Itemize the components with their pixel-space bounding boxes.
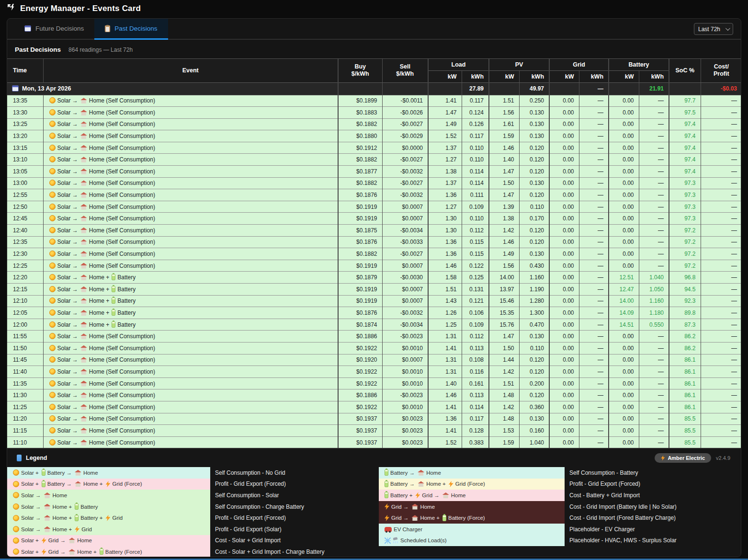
date-load-kwh: 27.89 [462,82,489,95]
event-cell: Solar →Home +Battery [43,319,338,331]
sun-icon [13,469,19,476]
label: Home (Self Consumption) [89,404,155,411]
pv-kw-cell: 1.39 [489,201,519,213]
load-kwh-cell: 0.109 [462,201,489,213]
load-kw-cell: 1.41 [428,342,462,354]
label: Home (Self Consumption) [89,204,155,210]
time-cell: 11:45 [7,354,43,366]
battery-kwh-cell: — [639,201,669,213]
grid-kw-cell: 0.00 [549,307,579,319]
soc-cell: 97.4 [669,154,701,166]
sell-cell: -$0.0027 [382,154,428,166]
load-kwh-cell: 0.110 [462,213,489,225]
amber-electric-badge[interactable]: Amber Electric [655,453,711,463]
decisions-table-scroll[interactable]: Time Event Buy$/kWh Sell$/kWh Load PV Gr… [7,58,741,448]
home-icon [80,216,87,221]
grid-kw-cell: 0.00 [549,272,579,284]
label: Home (Self Consumption) [89,392,155,399]
tab-future-decisions[interactable]: Future Decisions [14,19,94,40]
soc-cell: 97.4 [669,118,701,130]
event-cell: Solar →Home (Self Consumption) [43,225,338,237]
battery-kwh-cell: 1.160 [639,295,669,307]
event-cell: Solar →Home (Self Consumption) [43,425,338,437]
pv-kw-cell: 15.35 [489,307,519,319]
label: Home [53,492,68,498]
sun-icon [49,145,56,151]
col-grid-kwh: kWh [579,70,609,82]
pv-kwh-cell: 0.120 [519,236,549,248]
label: Scheduled Load(s) [400,537,447,543]
sun-icon [49,297,56,304]
pv-kw-cell: 1.53 [489,425,519,437]
home-icon [80,322,87,328]
time-range-select[interactable]: Last 72h [694,23,733,35]
home-icon [68,549,75,555]
pv-kwh-cell: 1.300 [519,307,549,319]
label: Solar → [57,156,78,163]
pv-kw-cell: 1.51 [489,95,519,107]
legend-description: Self Consumption - Battery [565,467,741,479]
date-grid-kwh: — [579,82,609,95]
label: Solar → [57,345,78,352]
label: Solar + [21,481,39,487]
home-icon [80,310,87,316]
legend-description: Profit - Grid Export (Forced) [565,479,741,490]
grid-kw-cell: 0.00 [549,236,579,248]
load-kw-cell: 1.30 [428,225,462,237]
label: Home (Self Consumption) [89,427,155,434]
time-cell: 11:25 [7,401,43,413]
pv-kwh-cell: 0.200 [519,377,549,389]
legend-description: Placeholder - HVAC, HWS - Surplus Solar [565,535,741,547]
label: Home (Self Consumption) [89,109,155,116]
battery-kwh-cell: — [639,118,669,130]
buy-cell: $0.1919 [338,295,382,307]
load-kwh-cell: 0.106 [462,307,489,319]
pv-kwh-cell: 0.130 [519,118,549,130]
home-icon [80,298,87,304]
cost-cell: — [701,319,741,331]
clipboard-icon [105,25,110,32]
col-grid-kw: kW [549,70,579,82]
table-row: 12:50Solar →Home (Self Consumption)$0.19… [7,201,741,213]
cost-cell: — [701,354,741,366]
label: Home (Self Consumption) [89,145,155,151]
event-cell: Solar →Home (Self Consumption) [43,331,338,343]
label: Solar → [57,215,78,222]
pv-kw-cell: 1.48 [489,389,519,401]
legend-description: Self Consumption - Solar [210,490,379,501]
grid-kw-cell: 0.00 [549,118,579,130]
load-kwh-cell: 0.114 [462,401,489,413]
pv-kw-cell: 1.46 [489,142,519,154]
label: Home (Self Consumption) [89,439,155,446]
load-kw-cell: 1.43 [428,295,462,307]
time-cell: 13:05 [7,166,43,178]
event-cell: Solar →Home +Battery [43,295,338,307]
label: Home (Self Consumption) [89,380,155,387]
cost-cell: — [701,425,741,437]
load-kwh-cell: 0.110 [462,142,489,154]
grid-kw-cell: 0.00 [549,389,579,401]
soc-cell: 85.5 [669,436,701,448]
sell-cell: -$0.0027 [382,118,428,130]
grid-kwh-cell: — [579,201,609,213]
grid-kw-cell: 0.00 [549,425,579,437]
sell-cell: -$0.0034 [382,319,428,331]
tab-past-decisions[interactable]: Past Decisions [94,19,168,40]
cost-cell: — [701,331,741,343]
buy-cell: $0.1899 [338,95,382,107]
buy-cell: $0.1876 [338,236,382,248]
col-soc: SoC % [669,59,701,82]
event-cell: Solar →Home +Battery [43,284,338,296]
home-icon [80,157,87,162]
pv-kwh-cell: 0.470 [519,319,549,331]
buy-cell: $0.1879 [338,272,382,284]
load-kwh-cell: 0.113 [462,342,489,354]
sell-cell: -$0.0030 [382,272,428,284]
table-row: 12:30Solar →Home (Self Consumption)$0.18… [7,248,741,260]
version-label: v2.4.9 [716,455,730,461]
buy-cell: $0.1919 [338,201,382,213]
battery-kw-cell: 0.00 [609,366,639,378]
event-cell: Solar →Home (Self Consumption) [43,213,338,225]
pv-kw-cell: 1.46 [489,236,519,248]
cost-cell: — [701,260,741,272]
